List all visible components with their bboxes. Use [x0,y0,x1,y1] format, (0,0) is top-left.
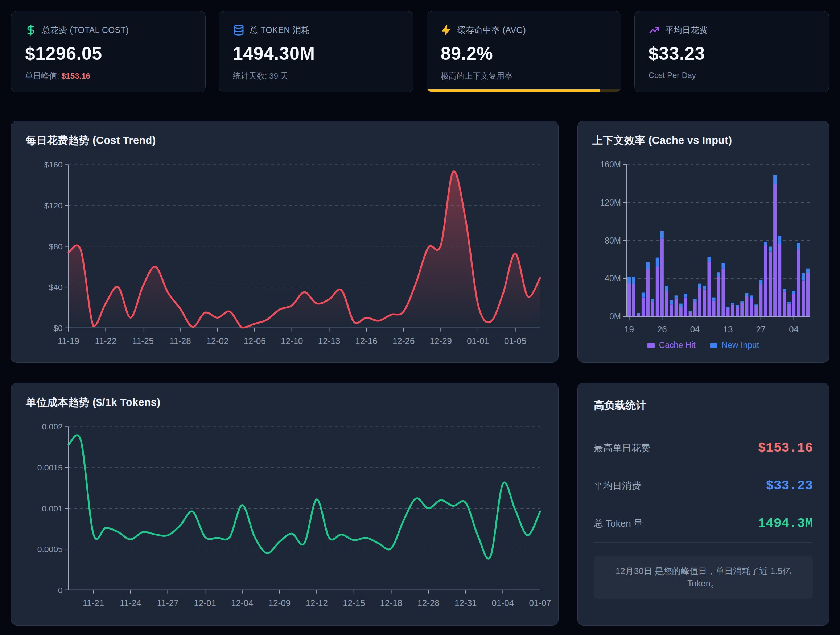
svg-text:26: 26 [657,325,667,334]
svg-text:11-25: 11-25 [132,336,154,346]
stat-value: 1494.30M [233,43,399,64]
stat-value: 89.2% [441,43,607,64]
svg-text:12-10: 12-10 [281,336,303,346]
svg-text:12-01: 12-01 [194,598,216,608]
svg-text:80M: 80M [605,236,621,245]
cache-hit-swatch [647,343,655,348]
stat-sub: 单日峰值: $153.16 [25,71,191,82]
svg-text:12-06: 12-06 [243,336,265,346]
svg-text:01-05: 01-05 [504,336,526,346]
stat-sub: Cost Per Day [649,71,815,80]
stat-value: $33.23 [649,43,815,64]
svg-text:12-04: 12-04 [231,598,253,608]
svg-text:0.0005: 0.0005 [37,544,63,554]
cost-trend-card: 每日花费趋势 (Cost Trend) $0$40$80$120$16011-1… [11,121,559,363]
stat-sub: 极高的上下文复用率 [441,71,607,82]
stat-card-avg-daily-cost: 平均日花费 $33.23 Cost Per Day [634,11,829,93]
unit-cost-title: 单位成本趋势 ($/1k Tokens) [26,395,544,410]
cache-input-title: 上下文效率 (Cache vs Input) [592,133,814,148]
svg-text:11-27: 11-27 [157,598,179,608]
svg-text:$160: $160 [44,160,63,169]
stat-label: 平均日花费 [665,25,708,36]
svg-text:40M: 40M [605,274,621,283]
svg-text:12-09: 12-09 [268,598,291,608]
cost-trend-title: 每日花费趋势 (Cost Trend) [26,133,544,148]
svg-text:01-01: 01-01 [467,336,489,346]
unit-cost-chart: 00.00050.0010.00150.00211-2111-2411-2712… [26,419,544,616]
svg-text:$40: $40 [49,282,63,292]
legend-label: New Input [722,340,759,350]
svg-text:160M: 160M [600,160,621,169]
new-input-swatch [710,343,717,348]
svg-text:0M: 0M [609,312,621,321]
svg-text:11-19: 11-19 [58,336,79,346]
load-stat-value: 1494.3M [758,516,813,531]
svg-text:12-13: 12-13 [318,336,340,346]
svg-text:$120: $120 [44,201,63,210]
load-stat-label: 最高单日花费 [594,442,650,454]
stat-card-total-cost: 总花费 (TOTAL COST) $1296.05 单日峰值: $153.16 [11,11,206,93]
legend-item-new-input[interactable]: New Input [710,340,759,350]
svg-text:11-24: 11-24 [120,598,141,608]
svg-text:11-22: 11-22 [95,336,117,346]
load-stat-row-total-tokens: 总 Token 量 1494.3M [594,505,813,542]
svg-text:01-07: 01-07 [529,598,551,608]
zap-icon [441,24,452,36]
svg-text:04: 04 [789,325,799,334]
cache-hit-progress-fill [427,89,600,92]
legend-label: Cache Hit [659,340,696,350]
svg-text:0.002: 0.002 [42,422,62,431]
svg-text:12-18: 12-18 [380,598,402,608]
stat-label: 总花费 (TOTAL COST) [42,25,129,36]
svg-text:12-29: 12-29 [430,336,452,346]
load-stat-row-peak-day: 最高单日花费 $153.16 [594,430,813,467]
stat-card-total-tokens: 总 TOKEN 消耗 1494.30M 统计天数: 39 天 [219,11,414,93]
stat-sub-highlight: $153.16 [61,71,90,80]
svg-text:12-02: 12-02 [206,336,229,346]
svg-text:120M: 120M [600,198,621,207]
dollar-sign-icon [25,24,36,36]
load-stat-value: $153.16 [758,441,813,455]
cache-hit-progress-track [427,89,621,92]
stat-card-cache-hit-rate: 缓存命中率 (AVG) 89.2% 极高的上下文复用率 [426,11,621,93]
svg-text:$80: $80 [49,242,63,251]
cache-input-card: 上下文效率 (Cache vs Input) 0M40M80M120M160M1… [578,121,829,363]
svg-text:$0: $0 [53,323,63,333]
svg-text:0: 0 [58,585,63,595]
load-stats-title: 高负载统计 [594,398,813,413]
svg-text:12-12: 12-12 [306,598,328,608]
trending-up-icon [649,24,660,36]
svg-text:19: 19 [624,325,634,334]
database-icon [233,24,245,36]
stat-label: 总 TOKEN 消耗 [249,25,310,36]
legend-item-cache-hit[interactable]: Cache Hit [647,340,696,350]
stat-sub: 统计天数: 39 天 [233,71,399,82]
svg-text:0.001: 0.001 [42,504,62,513]
svg-text:13: 13 [723,325,733,334]
load-stat-value: $33.23 [766,478,813,493]
svg-text:11-21: 11-21 [83,598,104,608]
stat-label: 缓存命中率 (AVG) [457,25,526,36]
svg-text:12-31: 12-31 [455,598,477,608]
svg-text:12-15: 12-15 [343,598,365,608]
cache-input-chart: 0M40M80M120M160M192604132704 [592,157,814,340]
load-stats-card: 高负载统计 最高单日花费 $153.16 平均日消费 $33.23 总 Toke… [578,383,829,626]
chart-legend: Cache Hit New Input [592,340,814,350]
svg-text:12-28: 12-28 [417,598,439,608]
stat-cards-row: 总花费 (TOTAL COST) $1296.05 单日峰值: $153.16 … [11,11,829,93]
cost-trend-chart: $0$40$80$120$16011-1911-2211-2511-2812-0… [26,157,544,354]
svg-text:0.0015: 0.0015 [37,463,63,472]
svg-text:01-04: 01-04 [492,598,514,608]
stat-value: $1296.05 [25,43,191,64]
svg-text:27: 27 [756,325,766,334]
dashboard-page: 总花费 (TOTAL COST) $1296.05 单日峰值: $153.16 … [0,0,840,635]
svg-text:04: 04 [690,325,700,334]
svg-text:11-28: 11-28 [169,336,191,346]
peak-day-note: 12月30日 是您的峰值日，单日消耗了近 1.5亿 Token。 [594,556,813,599]
load-stat-row-avg-daily: 平均日消费 $33.23 [594,467,813,505]
load-stat-label: 总 Token 量 [594,517,643,530]
svg-text:12-26: 12-26 [392,336,415,346]
load-stat-label: 平均日消费 [594,479,641,492]
unit-cost-card: 单位成本趋势 ($/1k Tokens) 00.00050.0010.00150… [11,383,559,626]
svg-text:12-16: 12-16 [355,336,377,346]
